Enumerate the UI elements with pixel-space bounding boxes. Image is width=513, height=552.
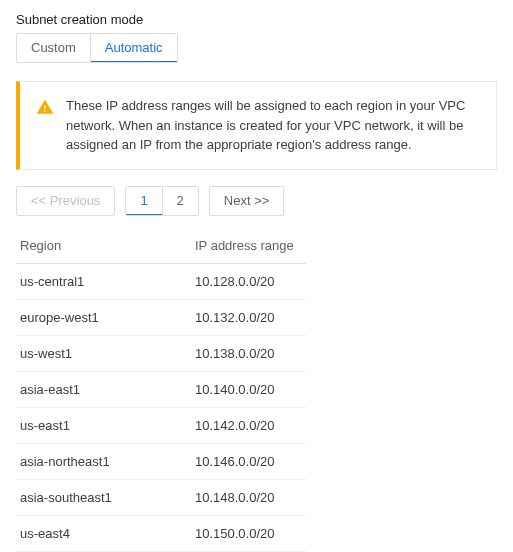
- subnet-mode-label: Subnet creation mode: [16, 12, 497, 27]
- page-2[interactable]: 2: [163, 187, 198, 215]
- page-number-group: 1 2: [125, 186, 198, 216]
- cell-region: us-west1: [16, 335, 191, 371]
- subnet-mode-tabs: Custom Automatic: [16, 33, 178, 63]
- cell-region: us-east4: [16, 515, 191, 551]
- cell-range: 10.140.0.0/20: [191, 371, 306, 407]
- table-row: asia-southeast110.148.0.0/20: [16, 479, 306, 515]
- cell-region: asia-southeast1: [16, 479, 191, 515]
- subnet-table: Region IP address range us-central110.12…: [16, 230, 306, 553]
- cell-region: us-east1: [16, 407, 191, 443]
- cell-range: 10.128.0.0/20: [191, 263, 306, 299]
- cell-range: 10.150.0.0/20: [191, 515, 306, 551]
- warning-icon: [36, 98, 54, 116]
- cell-region: asia-northeast1: [16, 443, 191, 479]
- cell-range: 10.146.0.0/20: [191, 443, 306, 479]
- tab-automatic[interactable]: Automatic: [91, 34, 177, 63]
- page-1[interactable]: 1: [126, 187, 162, 216]
- tab-custom[interactable]: Custom: [17, 34, 91, 62]
- pagination: << Previous 1 2 Next >>: [16, 186, 497, 216]
- cell-region: asia-east1: [16, 371, 191, 407]
- cell-region: us-central1: [16, 263, 191, 299]
- info-banner: These IP address ranges will be assigned…: [16, 81, 497, 170]
- cell-range: 10.138.0.0/20: [191, 335, 306, 371]
- table-row: us-east410.150.0.0/20: [16, 515, 306, 551]
- cell-region: europe-west1: [16, 299, 191, 335]
- next-button[interactable]: Next >>: [210, 187, 284, 214]
- info-banner-text: These IP address ranges will be assigned…: [66, 96, 480, 155]
- cell-range: 10.142.0.0/20: [191, 407, 306, 443]
- next-button-wrap: Next >>: [209, 186, 285, 216]
- table-row: us-east110.142.0.0/20: [16, 407, 306, 443]
- previous-button[interactable]: << Previous: [17, 187, 114, 214]
- col-header-region: Region: [16, 230, 191, 264]
- cell-range: 10.148.0.0/20: [191, 479, 306, 515]
- table-row: us-central110.128.0.0/20: [16, 263, 306, 299]
- table-row: asia-east110.140.0.0/20: [16, 371, 306, 407]
- table-row: asia-northeast110.146.0.0/20: [16, 443, 306, 479]
- cell-range: 10.132.0.0/20: [191, 299, 306, 335]
- prev-button-wrap: << Previous: [16, 186, 115, 216]
- table-row: europe-west110.132.0.0/20: [16, 299, 306, 335]
- col-header-range: IP address range: [191, 230, 306, 264]
- table-row: us-west110.138.0.0/20: [16, 335, 306, 371]
